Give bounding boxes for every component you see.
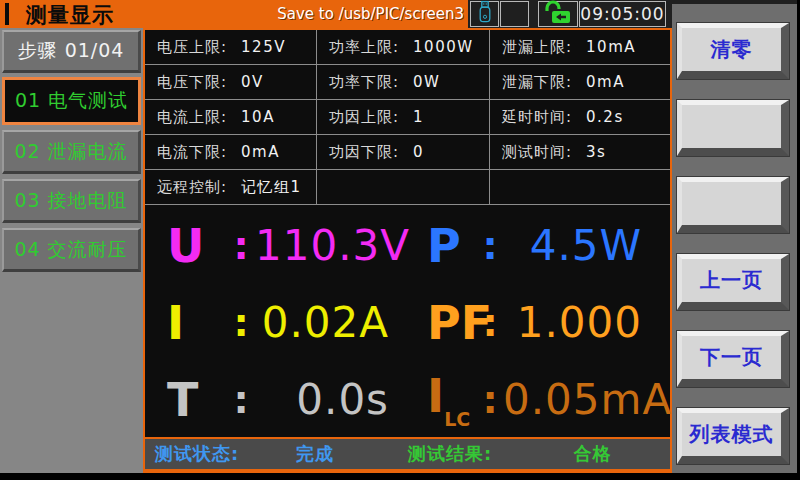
step-indicator: 步骤 01/04: [2, 30, 141, 73]
power-factor-label: PF: [427, 296, 477, 350]
measurement-row: U : 110.3V P : 4.5W: [145, 207, 670, 284]
clock-display: 09:05:00: [579, 1, 666, 27]
param-cell: 测试时间:3s: [490, 135, 670, 170]
lock-status-cell: [538, 1, 578, 27]
softkey-blank-1[interactable]: [677, 100, 789, 156]
previous-page-button[interactable]: 上一页: [677, 254, 789, 310]
sidebar-item-ground-resistance[interactable]: 03 接地电阻: [2, 179, 141, 223]
main-panel: 电压上限:125V 功率上限:1000W 泄漏上限:10mA 电压下限:0V 功…: [143, 28, 672, 473]
time-reading-value: 0.0s: [255, 375, 389, 424]
param-cell: 延时时间:0.2s: [490, 100, 670, 135]
power-reading-label: P: [427, 219, 477, 273]
param-cell: [490, 170, 670, 205]
clear-zero-button[interactable]: 清零: [677, 23, 789, 79]
next-page-button[interactable]: 下一页: [677, 331, 789, 387]
param-cell: 泄漏上限:10mA: [490, 30, 670, 65]
test-state-label: 测试状态:: [155, 442, 245, 466]
page-title: 测量显示: [26, 1, 114, 29]
empty-status-cell: [500, 1, 529, 27]
param-cell: 功因下限:0: [317, 135, 490, 170]
param-cell: [317, 170, 490, 205]
param-cell: 远程控制:记忆组1: [145, 170, 317, 205]
measurement-row: T : 0.0s ILC : 0.05mA: [145, 361, 670, 438]
param-cell: 功因上限:1: [317, 100, 490, 135]
voltage-reading-label: U: [167, 219, 227, 273]
parameter-table: 电压上限:125V 功率上限:1000W 泄漏上限:10mA 电压下限:0V 功…: [145, 30, 670, 205]
top-accent-mark: [5, 3, 9, 25]
voltage-reading-value: 110.3V: [255, 221, 389, 270]
param-cell: 功率上限:1000W: [317, 30, 490, 65]
list-mode-button[interactable]: 列表模式: [677, 408, 789, 464]
test-state-value: 完成: [245, 442, 385, 466]
softkey-blank-2[interactable]: [677, 177, 789, 233]
param-cell: 泄漏下限:0mA: [490, 65, 670, 100]
param-cell: 电压上限:125V: [145, 30, 317, 65]
test-result-value: 合格: [515, 442, 670, 466]
param-cell: 电流上限:10A: [145, 100, 317, 135]
leakage-current-label: ILC: [427, 369, 477, 430]
test-result-label: 测试结果:: [385, 442, 515, 466]
power-reading-value: 4.5W: [503, 221, 642, 270]
leakage-current-value: 0.05mA: [503, 375, 642, 424]
step-sidebar: 步骤 01/04 01 电气测试 02 泄漏电流 03 接地电阻 04 交流耐压: [0, 28, 143, 473]
usb-drive-icon: [477, 0, 493, 28]
bottom-bezel: [0, 473, 800, 480]
param-cell: 功率下限:0W: [317, 65, 490, 100]
current-reading-label: I: [167, 296, 227, 350]
usb-status-cell: [470, 1, 499, 27]
unlock-icon: [543, 0, 573, 28]
power-factor-value: 1.000: [503, 298, 642, 347]
status-bar: 测试状态: 完成 测试结果: 合格: [143, 437, 672, 471]
time-reading-label: T: [167, 373, 227, 427]
current-reading-value: 0.02A: [255, 298, 389, 347]
sidebar-item-electrical-test[interactable]: 01 电气测试: [2, 77, 141, 125]
measurement-row: I : 0.02A PF : 1.000: [145, 284, 670, 361]
measurement-readouts: U : 110.3V P : 4.5W I : 0.02A PF : 1.000…: [145, 207, 670, 437]
param-cell: 电流下限:0mA: [145, 135, 317, 170]
sidebar-item-leakage-current[interactable]: 02 泄漏电流: [2, 130, 141, 174]
sidebar-item-ac-withstand[interactable]: 04 交流耐压: [2, 228, 141, 272]
param-cell: 电压下限:0V: [145, 65, 317, 100]
measurement-display-screen: 测量显示 Save to /usb/PIC/screen3: [0, 0, 800, 480]
save-path-text: Save to /usb/PIC/screen3: [277, 5, 464, 23]
softkey-panel: 清零 上一页 下一页 列表模式: [672, 4, 797, 473]
